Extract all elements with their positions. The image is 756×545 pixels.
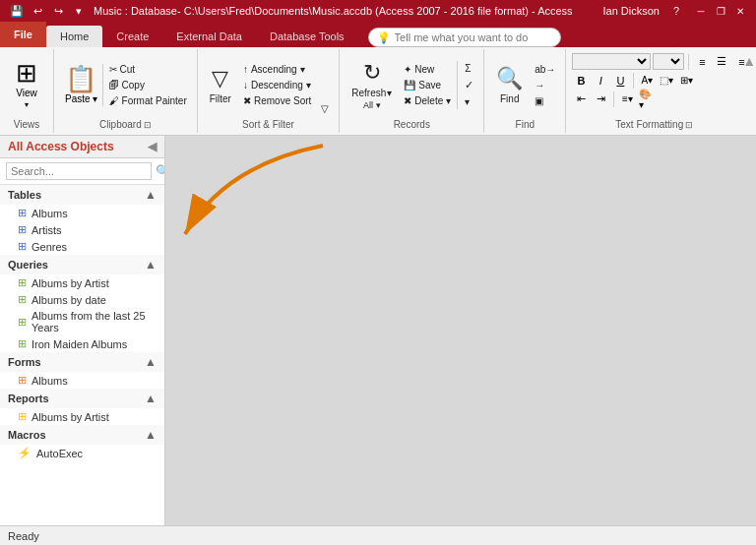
ribbon-group-text-formatting: ≡ ☰ ≡ B I U A▾ ⬚▾ ⊞▾ ⇤ ⇥ ≡▾ [566, 49, 742, 133]
remove-sort-label: Remove Sort [254, 95, 311, 106]
query-icon-1: ⊞ [18, 276, 27, 289]
filter-icon: ▽ [212, 66, 228, 91]
ribbon-container: File Home Create External Data Database … [0, 22, 756, 136]
spelling-btn[interactable]: ✓ [461, 77, 477, 93]
sidebar-search-input[interactable] [6, 162, 152, 180]
clipboard-content: 📋 Paste ▾ ✂ Cut 🗐 Copy 🖌 Format Painter [58, 51, 193, 118]
autoexec-macro-label: AutoExec [36, 448, 83, 459]
bold-btn[interactable]: B [572, 72, 590, 89]
table-icon-2: ⊞ [18, 223, 27, 236]
cut-btn[interactable]: ✂ Cut [105, 62, 191, 77]
paste-btn[interactable]: 📋 Paste ▾ [60, 64, 103, 106]
section-header-queries[interactable]: Queries ▲ [0, 255, 164, 274]
align-left-btn[interactable]: ≡ [693, 53, 711, 70]
view-icon: ⊞ [16, 60, 37, 86]
view-btn[interactable]: ⊞ View ▾ [10, 56, 43, 113]
more-records-btn[interactable]: ▾ [461, 94, 477, 109]
sidebar-item-autoexec-macro[interactable]: ⚡ AutoExec [0, 445, 164, 461]
sidebar-item-albums-by-date-query[interactable]: ⊞ Albums by date [0, 291, 164, 308]
tab-home[interactable]: Home [46, 26, 102, 47]
window-controls: ─ ❐ ✕ [693, 3, 748, 19]
format-painter-btn[interactable]: 🖌 Format Painter [105, 93, 191, 108]
refresh-icon: ↻ [363, 60, 381, 86]
section-header-tables[interactable]: Tables ▲ [0, 185, 164, 205]
collapse-ribbon-btn[interactable]: ▲ [742, 49, 756, 133]
refresh-sub-label: All ▾ [363, 100, 381, 110]
sidebar-item-genres-table[interactable]: ⊞ Genres [0, 238, 164, 255]
font-separator-3 [613, 91, 614, 107]
tab-external-data[interactable]: External Data [162, 26, 256, 47]
tab-database-tools[interactable]: Database Tools [256, 26, 358, 47]
totals-btn[interactable]: Σ [461, 61, 477, 76]
sidebar-item-albums-last-25-query[interactable]: ⊞ Albums from the last 25 Years [0, 308, 164, 335]
sidebar-item-artists-table[interactable]: ⊞ Artists [0, 221, 164, 238]
sort-col: ↑ Ascending ▾ ↓ Descending ▾ ✖ Remove So… [239, 62, 315, 108]
restore-btn[interactable]: ❐ [713, 3, 728, 19]
sidebar-item-albums-by-artist-report[interactable]: ⊞ Albums by Artist [0, 408, 164, 425]
table-icon-3: ⊞ [18, 240, 27, 253]
sidebar-item-iron-maiden-query[interactable]: ⊞ Iron Maiden Albums [0, 335, 164, 352]
ascending-dropdown: ▾ [300, 64, 305, 75]
section-header-reports[interactable]: Reports ▲ [0, 389, 164, 408]
tell-me-input[interactable] [395, 31, 552, 43]
goto-btn[interactable]: → [531, 78, 559, 92]
ascending-btn[interactable]: ↑ Ascending ▾ [239, 62, 315, 77]
font-row-1: ≡ ☰ ≡ [572, 53, 750, 70]
tab-create[interactable]: Create [102, 26, 162, 47]
undo-quick-btn[interactable]: ↩ [29, 2, 46, 20]
font-size-select[interactable] [653, 53, 684, 70]
section-header-forms[interactable]: Forms ▲ [0, 352, 164, 372]
alt-row-btn[interactable]: ≡▾ [618, 91, 636, 107]
records-col2: Σ ✓ ▾ [457, 61, 477, 109]
find-btn[interactable]: 🔍 Find [490, 63, 529, 107]
indent-increase-btn[interactable]: ⇥ [592, 91, 609, 107]
table-icon: ⊞ [18, 207, 27, 219]
query-icon-2: ⊞ [18, 293, 27, 306]
italic-btn[interactable]: I [592, 72, 609, 89]
redo-quick-btn[interactable]: ↪ [49, 2, 67, 20]
delete-btn[interactable]: ✖ Delete ▾ [400, 93, 455, 108]
indent-decrease-btn[interactable]: ⇤ [572, 91, 590, 107]
filter-btn[interactable]: ▽ Filter [204, 63, 237, 107]
clipboard-expand-icon[interactable]: ⊡ [144, 120, 152, 130]
underline-btn[interactable]: U [611, 72, 629, 89]
sidebar-item-albums-form[interactable]: ⊞ Albums [0, 372, 164, 389]
sidebar-item-albums-table[interactable]: ⊞ Albums [0, 205, 164, 221]
align-center-btn[interactable]: ☰ [713, 53, 730, 70]
replace-icon: ab→ [535, 64, 555, 75]
select-btn[interactable]: ▣ [531, 93, 559, 108]
descending-btn[interactable]: ↓ Descending ▾ [239, 78, 315, 92]
font-color-btn[interactable]: A▾ [638, 72, 656, 89]
tab-file[interactable]: File [0, 22, 46, 47]
close-btn[interactable]: ✕ [732, 3, 748, 19]
qa-dropdown-btn[interactable]: ▾ [70, 2, 88, 20]
sidebar-search: 🔍 [0, 158, 164, 185]
more-records-icon: ▾ [465, 96, 470, 107]
new-icon: ✦ [404, 64, 411, 75]
ribbon-group-clipboard: 📋 Paste ▾ ✂ Cut 🗐 Copy 🖌 Format Painter [54, 49, 198, 133]
bg-color-btn[interactable]: 🎨▾ [638, 91, 656, 107]
status-text: Ready [8, 530, 39, 542]
font-family-select[interactable] [572, 53, 651, 70]
remove-sort-btn[interactable]: ✖ Remove Sort [239, 93, 315, 108]
text-format-expand-icon[interactable]: ⊡ [685, 120, 693, 130]
toggle-filter-btn[interactable]: ▽ [317, 101, 333, 116]
replace-btn[interactable]: ab→ [531, 62, 559, 77]
highlight-btn[interactable]: ⬚▾ [658, 72, 675, 89]
sidebar-item-albums-by-artist-query[interactable]: ⊞ Albums by Artist [0, 274, 164, 291]
save-record-btn[interactable]: 💾 Save [400, 78, 455, 92]
copy-btn[interactable]: 🗐 Copy [105, 78, 191, 92]
queries-toggle-icon: ▲ [145, 258, 157, 272]
section-header-macros[interactable]: Macros ▲ [0, 425, 164, 445]
minimize-btn[interactable]: ─ [693, 3, 709, 19]
help-btn[interactable]: ? [667, 2, 685, 20]
ribbon-group-find: 🔍 Find ab→ → ▣ Find [484, 49, 566, 133]
refresh-btn[interactable]: ↻ Refresh ▾ All ▾ [346, 57, 398, 113]
new-btn[interactable]: ✦ New [400, 62, 455, 77]
albums-by-date-query-label: Albums by date [32, 294, 106, 306]
grid-lines-btn[interactable]: ⊞▾ [677, 72, 695, 89]
tell-me-box[interactable]: 💡 [368, 28, 561, 47]
totals-icon: Σ [465, 63, 471, 74]
save-quick-btn[interactable]: 💾 [8, 2, 26, 20]
sidebar-collapse-icon[interactable]: ◀ [148, 140, 157, 153]
